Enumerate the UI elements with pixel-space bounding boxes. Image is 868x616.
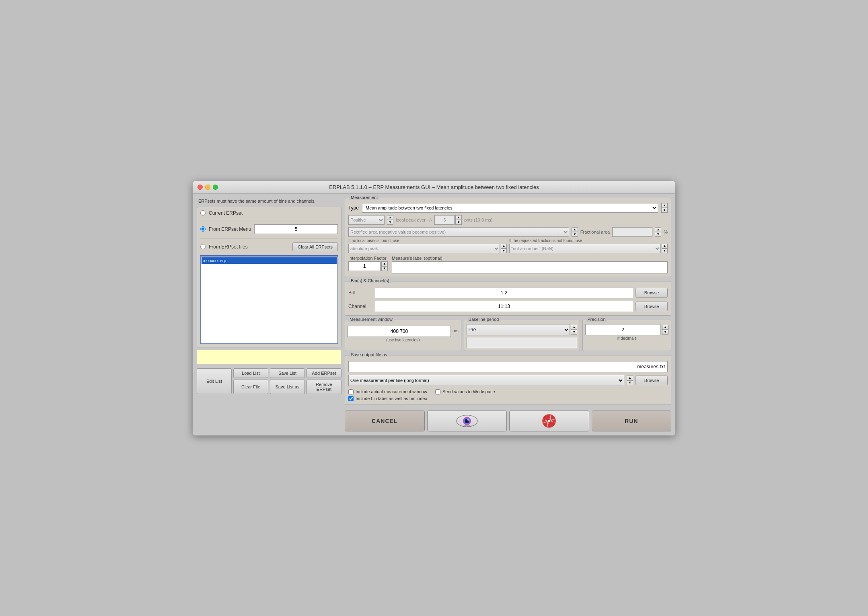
no-local-peak-label: If no local peak is found, use	[348, 238, 507, 243]
pts-unit: pnts (10.0 ms)	[464, 218, 492, 222]
bp-stepper-down[interactable]: ▼	[571, 330, 577, 335]
format-stepper[interactable]: ▲ ▼	[627, 376, 633, 385]
viewer-button[interactable]: Viewer	[427, 411, 507, 431]
no-local-peak-stepper-up[interactable]: ▲	[501, 244, 507, 248]
pts-stepper[interactable]: ▲ ▼	[455, 215, 462, 225]
load-list-button[interactable]: Load List	[233, 368, 268, 378]
from-menu-radio[interactable]	[200, 226, 206, 232]
include-bin-checkbox[interactable]	[348, 396, 354, 401]
add-erpset-button[interactable]: Add ERPset	[306, 368, 341, 378]
file-list-selected-item[interactable]: xxxxxxx.erp	[202, 257, 337, 264]
file-list-area[interactable]: xxxxxxx.erp	[200, 255, 338, 344]
baseline-period-group: Baseline period Pre ▲ ▼	[464, 320, 580, 351]
measurement-window-input[interactable]	[348, 326, 451, 337]
save-list-button[interactable]: Save List	[270, 368, 305, 378]
erplab-icon-button[interactable]	[509, 411, 589, 431]
save-list-as-button[interactable]: Save List as	[270, 380, 305, 394]
rectified-stepper[interactable]: ▲ ▼	[572, 227, 578, 237]
action-buttons: CANCEL	[345, 411, 671, 431]
frac-stepper[interactable]: ▲ ▼	[655, 227, 661, 237]
bin-browse-button[interactable]: Browse	[636, 288, 668, 298]
polarity-stepper[interactable]: ▲ ▼	[387, 215, 393, 225]
format-stepper-up[interactable]: ▲	[627, 376, 633, 380]
clear-file-button[interactable]: Clear File	[233, 380, 268, 394]
interp-factor-input[interactable]	[348, 261, 381, 271]
cancel-button[interactable]: CANCEL	[345, 411, 425, 431]
measurement-group: Measurement Type Mean amplitude between …	[345, 198, 671, 277]
interp-stepper-up[interactable]: ▲	[381, 261, 388, 266]
req-frac-stepper[interactable]: ▲ ▼	[662, 244, 668, 253]
save-browse-button[interactable]: Browse	[636, 376, 668, 385]
prec-stepper[interactable]: ▲ ▼	[662, 325, 668, 335]
req-frac-stepper-down[interactable]: ▼	[662, 248, 668, 253]
send-workspace-label[interactable]: Send values to Workspace	[442, 389, 495, 394]
req-frac-stepper-up[interactable]: ▲	[662, 244, 668, 248]
main-window: ERPLAB 5.1.1.0 – ERP Measurements GUI – …	[193, 181, 675, 435]
requested-fraction-select[interactable]: "not a number" (NaN)	[509, 244, 661, 253]
baseline-period-select[interactable]: Pre	[467, 324, 570, 335]
type-select[interactable]: Mean amplitude between two fixed latenci…	[362, 203, 658, 213]
minimize-button[interactable]	[205, 185, 210, 190]
info-text: ERPsets must have the same amount of bin…	[197, 198, 341, 204]
frac-stepper-up[interactable]: ▲	[655, 227, 661, 232]
interp-stepper-down[interactable]: ▼	[381, 266, 388, 271]
no-local-peak-col: If no local peak is found, use absolute …	[348, 238, 507, 253]
no-local-peak-stepper[interactable]: ▲ ▼	[501, 244, 507, 253]
measure-label-input[interactable]	[392, 261, 668, 273]
polarity-stepper-down[interactable]: ▼	[387, 220, 393, 225]
fractional-area-input[interactable]	[612, 227, 652, 237]
include-mw-checkbox[interactable]	[348, 389, 354, 394]
baseline-extra-input[interactable]	[467, 337, 578, 348]
from-files-radio[interactable]	[200, 244, 206, 249]
pts-stepper-down[interactable]: ▼	[455, 220, 462, 225]
frac-stepper-down[interactable]: ▼	[655, 232, 661, 237]
from-menu-label[interactable]: From ERPset Menu	[209, 226, 251, 232]
clear-all-button[interactable]: Clear All ERPsets	[292, 242, 338, 251]
from-menu-input[interactable]	[254, 224, 338, 234]
bin-input[interactable]	[375, 287, 633, 298]
maximize-button[interactable]	[213, 185, 218, 190]
precision-input[interactable]	[585, 324, 660, 335]
polarity-stepper-up[interactable]: ▲	[387, 215, 393, 220]
prec-stepper-up[interactable]: ▲	[662, 325, 668, 330]
right-panel: Measurement Type Mean amplitude between …	[345, 198, 671, 431]
rectified-area-select[interactable]: Rectified area (negative values become p…	[348, 227, 569, 237]
channel-browse-button[interactable]: Browse	[636, 302, 668, 311]
fractional-pct: %	[664, 230, 668, 234]
pts-stepper-up[interactable]: ▲	[455, 215, 462, 220]
conditional-row: If no local peak is found, use absolute …	[348, 238, 668, 253]
type-stepper-up[interactable]: ▲	[661, 203, 668, 208]
type-stepper-down[interactable]: ▼	[661, 208, 668, 213]
include-bin-label[interactable]: Include bin label as well as bin index	[356, 396, 427, 401]
prec-stepper-down[interactable]: ▼	[662, 330, 668, 335]
close-button[interactable]	[197, 185, 203, 190]
current-erpset-label[interactable]: Current ERPset	[209, 210, 243, 216]
bp-stepper[interactable]: ▲ ▼	[571, 325, 577, 335]
send-workspace-checkbox[interactable]	[435, 389, 440, 394]
rectified-stepper-up[interactable]: ▲	[572, 227, 578, 232]
remove-erpset-button[interactable]: Remove ERPset	[306, 380, 341, 394]
polarity-select[interactable]: Positive	[348, 215, 385, 225]
save-output-input[interactable]	[348, 361, 668, 372]
include-bin-item: Include bin label as well as bin index	[348, 396, 427, 401]
no-local-peak-stepper-down[interactable]: ▼	[501, 248, 507, 253]
from-erpset-menu-row: From ERPset Menu	[200, 224, 338, 234]
save-format-select[interactable]: One measurement per line (long format)	[348, 375, 624, 386]
type-stepper[interactable]: ▲ ▼	[661, 203, 668, 213]
from-files-label[interactable]: From ERPset files	[209, 244, 248, 250]
edit-list-button[interactable]: Edit List	[197, 368, 232, 394]
interp-stepper[interactable]: ▲ ▼	[381, 261, 388, 271]
format-stepper-down[interactable]: ▼	[627, 380, 633, 385]
pts-input[interactable]	[434, 215, 455, 225]
run-button[interactable]: RUN	[592, 411, 672, 431]
channel-input[interactable]	[375, 301, 633, 312]
current-erpset-radio[interactable]	[200, 210, 206, 216]
checkbox-row: Include actual measurement window Send v…	[348, 389, 668, 394]
include-mw-label[interactable]: Include actual measurement window	[356, 389, 427, 394]
mw-unit: ms	[453, 328, 459, 333]
bp-stepper-up[interactable]: ▲	[571, 325, 577, 330]
baseline-period-label: Baseline period	[467, 317, 500, 322]
bin-row: Bin Browse	[348, 287, 668, 298]
no-local-peak-select[interactable]: absolute peak	[348, 244, 500, 253]
rectified-stepper-down[interactable]: ▼	[572, 232, 578, 237]
